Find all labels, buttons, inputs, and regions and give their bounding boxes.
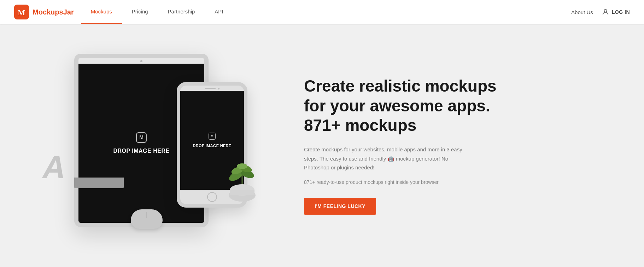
nav-item-partnership[interactable]: Partnership <box>158 0 205 24</box>
hero-subtext: 871+ ready-to-use product mockups right … <box>304 179 616 185</box>
hero-text: Create realistic mockups for your awesom… <box>283 76 616 214</box>
hero-section: A M DROP IMAGE HERE M <box>0 24 644 267</box>
svg-point-12 <box>237 163 247 169</box>
hero-title-line1: Create realistic mockups <box>304 77 497 95</box>
hero-title-line2: for your awesome apps. <box>304 97 490 115</box>
phone-speaker <box>205 88 216 89</box>
user-icon <box>602 8 609 16</box>
tablet-camera <box>140 60 142 62</box>
mouse-prop <box>125 209 168 234</box>
svg-point-2 <box>604 10 607 12</box>
nav-item-api[interactable]: API <box>205 0 233 24</box>
clock-base <box>74 178 124 188</box>
phone-drop-icon: M <box>208 132 216 140</box>
svg-text:M: M <box>139 134 144 140</box>
tablet-drop-icon: M <box>135 131 148 144</box>
login-button[interactable]: LOG IN <box>602 8 630 16</box>
nav-item-pricing[interactable]: Pricing <box>122 0 158 24</box>
nav-right: About Us LOG IN <box>571 8 630 16</box>
svg-text:M: M <box>18 8 25 17</box>
feeling-lucky-button[interactable]: I'M FEELING LUCKY <box>304 198 376 215</box>
nav-item-mockups[interactable]: Mockups <box>81 0 122 24</box>
phone-notch <box>180 86 244 91</box>
svg-rect-15 <box>230 190 254 195</box>
phone-home-button[interactable] <box>207 192 217 202</box>
mouse-scroll-line <box>147 212 147 218</box>
mouse-shape <box>131 209 163 229</box>
flip-clock-container: 19 : 03 <box>74 178 124 188</box>
phone-drop-text: DROP IMAGE HERE <box>193 143 232 148</box>
nav-links: Mockups Pricing Partnership API <box>81 0 233 24</box>
brand-logo-icon: M <box>14 5 29 19</box>
brand-name: MockupsJar <box>33 8 74 16</box>
svg-text:M: M <box>211 134 213 138</box>
plant-svg <box>223 156 262 202</box>
mockup-scene: A M DROP IMAGE HERE M <box>42 47 283 245</box>
hero-title-line3: 871+ mockups <box>304 116 416 134</box>
letter-a-decoration: A <box>42 149 65 186</box>
about-link[interactable]: About Us <box>571 9 593 15</box>
phone-bottom <box>207 190 217 204</box>
hero-title: Create realistic mockups for your awesom… <box>304 76 616 135</box>
plant-prop <box>223 156 262 204</box>
hero-description: Create mockups for your websites, mobile… <box>304 145 474 172</box>
brand-logo-link[interactable]: M MockupsJar <box>14 5 74 19</box>
phone-camera <box>218 88 219 89</box>
navbar: M MockupsJar Mockups Pricing Partnership… <box>0 0 644 24</box>
tablet-drop-text: DROP IMAGE HERE <box>113 147 169 155</box>
login-label: LOG IN <box>612 9 630 15</box>
